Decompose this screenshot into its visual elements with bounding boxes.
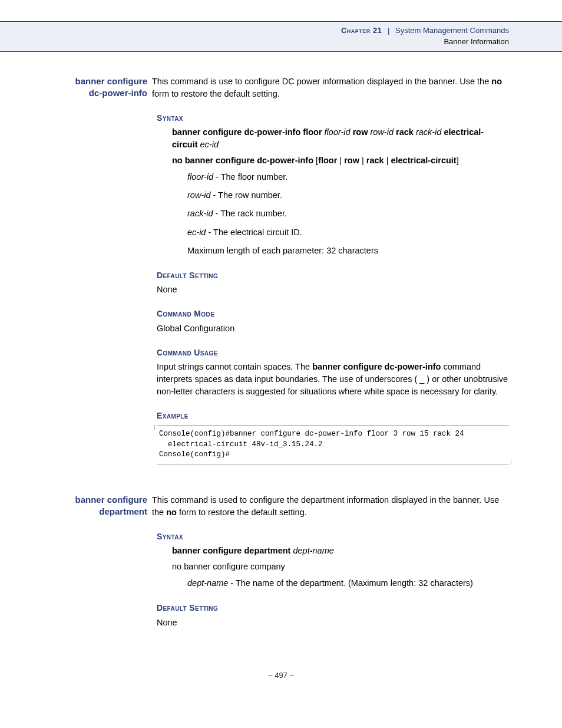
param-desc: - The floor number. — [213, 172, 287, 182]
default-value: None — [157, 284, 509, 296]
command-body: Syntax banner configure department dept-… — [157, 531, 509, 629]
syntax-heading: Syntax — [157, 531, 509, 542]
desc-no: no — [166, 508, 177, 517]
syn-arg: ec-id — [200, 140, 219, 149]
syn-kw: no banner configure dc-power-info — [172, 156, 313, 165]
param-name: ec-id — [187, 228, 206, 237]
desc-text2: form to restore the default setting. — [152, 89, 280, 98]
param-name: floor-id — [187, 172, 213, 182]
syntax-line-1: banner configure dc-power-info floor flo… — [172, 126, 509, 151]
chapter-label: Chapter 21 — [341, 26, 382, 35]
command-body: Syntax banner configure dc-power-info fl… — [157, 112, 509, 465]
syn-arg: floor-id — [325, 127, 351, 137]
param-name: rack-id — [187, 209, 213, 218]
syn-kw: electrical-circuit — [391, 156, 456, 165]
param-row-id: row-id - The row number. — [187, 189, 509, 202]
mode-heading: Command Mode — [157, 308, 509, 319]
command-department: banner configure department This command… — [53, 494, 509, 519]
cmd-name-l2: dc-power-info — [89, 88, 147, 98]
chapter-title: System Management Commands — [395, 26, 509, 35]
usage-text: Input strings cannot contain spaces. The… — [157, 361, 509, 398]
syntax-line-1: banner configure department dept-name — [172, 545, 509, 557]
command-dc-power-info: banner configure dc-power-info This comm… — [53, 75, 509, 100]
default-value: None — [157, 617, 509, 629]
param-max-length: Maximum length of each parameter: 32 cha… — [187, 244, 509, 258]
cmd-name-l1: banner configure — [75, 495, 147, 505]
header-line1: Chapter 21 | System Management Commands — [0, 25, 509, 37]
section-gap — [53, 470, 509, 494]
example-heading: Example — [157, 410, 509, 421]
command-name: banner configure department — [53, 494, 152, 518]
syn-arg: dept — [293, 546, 309, 555]
syn-kw: banner configure dc-power-info floor — [172, 127, 322, 137]
default-heading: Default Setting — [157, 269, 509, 281]
syn-kw: floor — [318, 156, 337, 165]
page-header: Chapter 21 | System Management Commands … — [0, 21, 562, 52]
syntax-line-2: no banner configure dc-power-info [floor… — [172, 154, 509, 167]
param-ec-id: ec-id - The electrical circuit ID. — [187, 226, 509, 239]
syn-kw: rack — [396, 127, 414, 137]
usage-bold: banner configure dc-power-info — [312, 362, 441, 371]
syn-arg: name — [313, 546, 334, 555]
param-floor-id: floor-id - The floor number. — [187, 170, 509, 184]
cmd-name-l1: banner configure — [75, 76, 147, 86]
syn-bar: | — [384, 156, 391, 165]
param-desc: - The name of the department. (Maximum l… — [228, 578, 473, 588]
syn-kw: row — [344, 156, 359, 165]
desc-no: no — [491, 77, 502, 86]
syn-bar: | — [359, 156, 366, 165]
param-desc: - The electrical circuit ID. — [206, 228, 302, 237]
header-subtitle: Banner Information — [0, 37, 509, 48]
command-description: This command is used to configure the de… — [152, 494, 509, 519]
page-footer: – 497 – — [0, 670, 562, 681]
syntax-heading: Syntax — [157, 112, 509, 124]
syn-bar: | — [337, 156, 344, 165]
usage-heading: Command Usage — [157, 347, 509, 358]
cmd-name-l2: department — [99, 506, 147, 516]
default-heading: Default Setting — [157, 602, 509, 614]
command-name: banner configure dc-power-info — [53, 75, 152, 100]
syn-kw: rack — [366, 156, 384, 165]
syn-bracket: ] — [457, 156, 459, 165]
syn-arg: row-id — [371, 127, 394, 137]
param-name: row-id — [187, 190, 210, 200]
example-code-block: Console(config)#banner configure dc-powe… — [157, 425, 509, 465]
param-dept-name: dept-name - The name of the department. … — [187, 577, 509, 590]
syn-kw: row — [353, 127, 368, 137]
desc-text: This command is use to configure DC powe… — [152, 77, 491, 86]
syn-kw: banner configure department — [172, 546, 290, 555]
syntax-line-2: no banner configure company — [172, 561, 509, 573]
command-description: This command is use to configure DC powe… — [152, 75, 509, 100]
param-desc: - The rack number. — [213, 209, 287, 218]
header-separator: | — [388, 26, 389, 35]
param-name: dept-name — [187, 578, 228, 588]
syn-arg: rack-id — [416, 127, 442, 137]
content-area: banner configure dc-power-info This comm… — [0, 75, 562, 629]
mode-value: Global Configuration — [157, 322, 509, 335]
param-rack-id: rack-id - The rack number. — [187, 207, 509, 220]
desc-text2: form to restore the default setting. — [177, 508, 307, 517]
param-desc: - The row number. — [210, 190, 282, 200]
usage-p1: Input strings cannot contain spaces. The — [157, 362, 312, 371]
